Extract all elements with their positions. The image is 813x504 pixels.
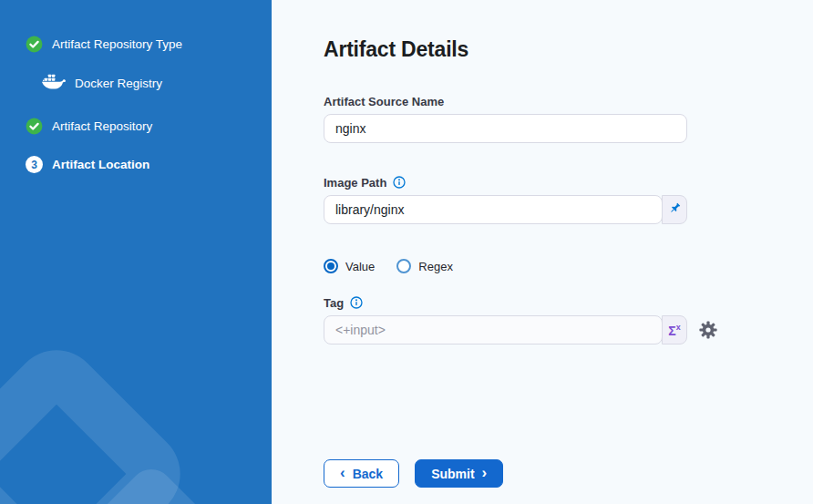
tag-input[interactable] [324,315,663,345]
image-path-label: Image Path [324,176,386,190]
sidebar-step-artifact-repository-type[interactable]: Artifact Repository Type [26,36,272,53]
artifact-source-name-label: Artifact Source Name [324,94,813,108]
radio-regex-label: Regex [418,260,453,273]
radio-selected-icon [324,259,338,273]
tag-settings-gear-icon[interactable] [699,321,717,339]
step-label: Artifact Repository Type [52,37,182,51]
artifact-details-panel: Artifact Details Artifact Source Name Im… [272,0,813,504]
pin-input-type-button[interactable] [662,195,687,224]
tag-label: Tag [324,296,344,310]
sidebar-step-artifact-repository[interactable]: Artifact Repository [26,118,272,135]
submit-button-label: Submit [431,467,474,481]
step-number-badge: 3 [26,156,43,173]
tag-type-radio-group: Value Regex [324,258,813,274]
sidebar-step-artifact-location[interactable]: 3 Artifact Location [26,156,272,173]
radio-value[interactable]: Value [324,259,375,273]
chevron-left-icon: ‹ [340,465,345,480]
info-icon[interactable] [350,296,363,309]
check-circle-icon [26,36,43,53]
artifact-source-name-input[interactable] [324,114,687,143]
substep-label: Docker Registry [75,77,162,90]
check-circle-icon [26,118,43,135]
sigma-expression-icon: Σx [668,324,680,337]
back-button-label: Back [353,467,383,481]
image-path-field: Image Path [324,175,813,224]
chevron-right-icon: › [482,465,488,480]
tag-field: Tag Σx [324,295,813,345]
wizard-footer-buttons: ‹ Back Submit › [324,459,813,488]
wizard-steps-sidebar: Artifact Repository Type Docker Regist [0,0,272,504]
step-label: Artifact Location [52,158,149,171]
step-label: Artifact Repository [52,119,152,133]
page-title: Artifact Details [324,36,813,62]
image-path-input[interactable] [324,195,663,224]
radio-value-label: Value [345,260,375,273]
info-icon[interactable] [393,176,406,189]
back-button[interactable]: ‹ Back [324,459,399,488]
radio-regex[interactable]: Regex [396,259,453,273]
docker-whale-icon [41,72,67,94]
artifact-source-name-field: Artifact Source Name [324,94,813,143]
artifact-wizard-window: Artifact Repository Type Docker Regist [0,0,813,504]
sidebar-substep-docker-registry[interactable]: Docker Registry [41,74,272,92]
pin-icon [668,201,682,219]
submit-button[interactable]: Submit › [415,459,503,488]
radio-unselected-icon [396,259,411,273]
expression-input-type-button[interactable]: Σx [662,315,687,345]
